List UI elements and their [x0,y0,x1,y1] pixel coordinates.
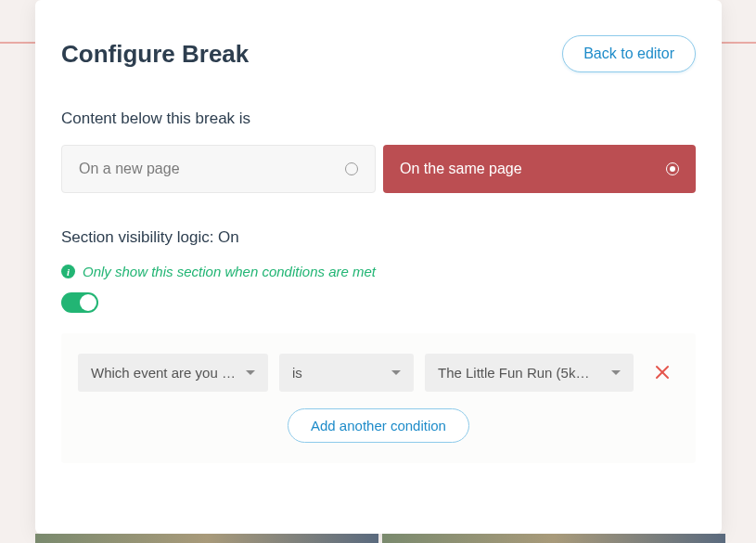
modal-title: Configure Break [61,40,249,69]
back-to-editor-button[interactable]: Back to editor [562,35,696,72]
dropdown-selected-text: is [292,365,310,381]
toggle-knob [80,294,96,311]
close-icon [655,365,670,380]
add-condition-button[interactable]: Add another condition [288,408,469,443]
condition-field-dropdown[interactable]: Which event are you jo… [78,354,268,392]
radio-label: On the same page [400,161,522,177]
content-position-label: Content below this break is [61,110,696,128]
background-image-block [35,534,378,543]
dropdown-selected-text: Which event are you jo… [91,365,246,381]
visibility-hint-row: i Only show this section when conditions… [61,264,696,279]
background-image-block [382,534,725,543]
content-position-radio-group: On a new page On the same page [61,145,696,193]
modal-header: Configure Break Back to editor [61,35,696,72]
chevron-down-icon [246,370,255,375]
radio-circle-icon [345,162,358,175]
remove-condition-button[interactable] [646,364,679,382]
visibility-logic-label: Section visibility logic: On [61,228,696,247]
configure-break-modal: Configure Break Back to editor Content b… [35,0,722,534]
background-images-strip [35,534,756,543]
condition-value-dropdown[interactable]: The Little Fun Run (5k… [425,354,634,392]
condition-operator-dropdown[interactable]: is [279,354,414,392]
conditions-panel: Which event are you jo… is The Little Fu… [61,333,696,463]
radio-option-same-page[interactable]: On the same page [383,145,696,193]
dropdown-selected-text: The Little Fun Run (5k… [438,365,596,381]
chevron-down-icon [611,370,621,375]
chevron-down-icon [391,370,401,375]
radio-circle-icon [666,162,679,175]
visibility-toggle[interactable] [61,292,98,313]
radio-label: On a new page [79,161,180,177]
add-condition-row: Add another condition [78,408,679,443]
visibility-hint-text: Only show this section when conditions a… [83,264,376,279]
info-icon: i [61,265,75,278]
radio-option-new-page[interactable]: On a new page [61,145,376,193]
condition-row: Which event are you jo… is The Little Fu… [78,354,679,392]
